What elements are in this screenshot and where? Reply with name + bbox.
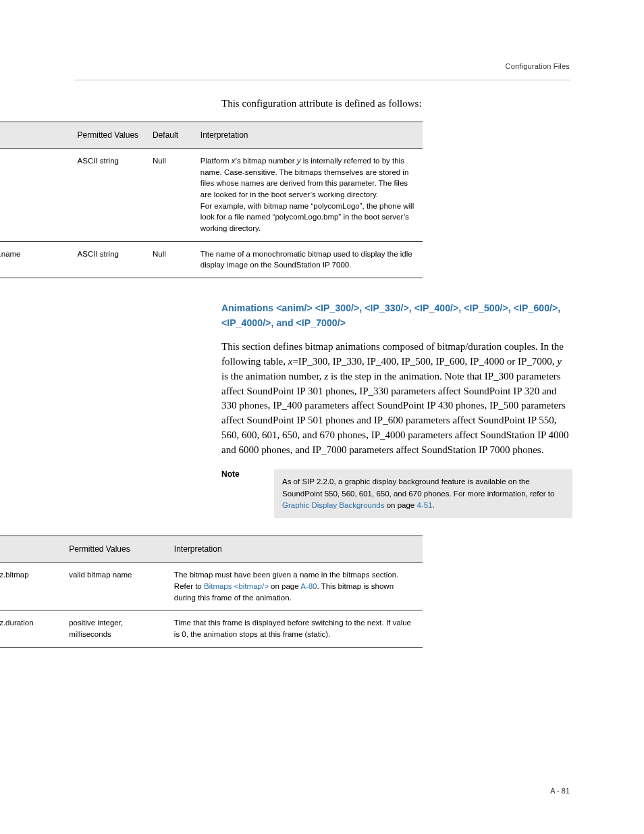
cell-attribute: bitmap.x.y.name [0, 149, 71, 242]
col-permitted: Permitted Values [62, 536, 167, 563]
text: is the step in the animation. Note that … [221, 371, 569, 455]
header-rule [74, 80, 570, 80]
col-permitted: Permitted Values [71, 122, 146, 149]
cell-values: valid bitmap name [62, 563, 167, 610]
text: ’s bitmap number [236, 157, 297, 165]
col-interpretation: Interpretation [194, 122, 423, 149]
table-row: ind.anim.x.y.frame.z.bitmap valid bitmap… [0, 563, 423, 610]
config-table-1: Attribute Permitted Values Default Inter… [0, 122, 423, 278]
running-header: Configuration Files [505, 62, 570, 70]
page: Configuration Files This configuration a… [0, 0, 644, 834]
config-table-2: Attribute Permitted Values Interpretatio… [0, 536, 423, 647]
xref-link[interactable]: Graphic Display Backgrounds [282, 501, 385, 509]
note-box: Note As of SIP 2.2.0, a graphic display … [221, 469, 572, 518]
table-row: bitmap.x.y.name ASCII string Null Platfo… [0, 149, 423, 242]
section-heading: Animations <anim/> <IP_300/>, <IP_330/>,… [221, 301, 570, 330]
text: .frame.z.bitmap [0, 571, 29, 579]
col-interpretation: Interpretation [167, 536, 423, 563]
text: is the animation number, [221, 371, 324, 382]
text: Platform [200, 157, 232, 165]
xref-link[interactable]: Bitmaps <bitmap/> [204, 582, 269, 590]
main-content: This configuration attribute is defined … [221, 98, 570, 648]
col-attribute: Attribute [0, 536, 62, 563]
col-default: Default [146, 122, 194, 149]
table-header-row: Attribute Permitted Values Interpretatio… [0, 536, 423, 563]
col-attribute: Attribute [0, 122, 71, 149]
text: As of SIP 2.2.0, a graphic display backg… [282, 477, 554, 497]
text: For example, with bitmap name “polycomLo… [200, 202, 414, 232]
note-label: Note [221, 469, 262, 479]
cell-attribute: bitmap.IP_7000.39.name [0, 241, 71, 278]
cell-attribute: ind.anim.x.y.frame.z.duration [0, 610, 62, 647]
cell-interp: The bitmap must have been given a name i… [167, 563, 423, 610]
intro-text: This configuration attribute is defined … [221, 98, 570, 109]
table2-wrap: Attribute Permitted Values Interpretatio… [74, 536, 570, 647]
section-body: This section defines bitmap animations c… [221, 340, 570, 457]
cell-interp: The name of a monochromatic bitmap used … [194, 241, 423, 278]
text: =IP_300, IP_330, IP_400, IP_500, IP_600,… [292, 356, 557, 367]
table1-wrap: Attribute Permitted Values Default Inter… [74, 122, 570, 278]
cell-default: Null [146, 149, 194, 242]
cell-interp: Platform x’s bitmap number y is internal… [194, 149, 423, 242]
cell-values: positive integer, milliseconds [62, 610, 167, 647]
cell-values: ASCII string [71, 241, 146, 278]
table-row: bitmap.IP_7000.39.name ASCII string Null… [0, 241, 423, 278]
note-body: As of SIP 2.2.0, a graphic display backg… [274, 469, 572, 518]
text: .frame.z.duration [0, 619, 34, 627]
text: on page [385, 501, 417, 509]
cell-values: ASCII string [71, 149, 146, 242]
table-row: ind.anim.x.y.frame.z.duration positive i… [0, 610, 423, 647]
text: . [433, 501, 435, 509]
cell-default: Null [146, 241, 194, 278]
page-number: A - 81 [550, 787, 570, 795]
cell-attribute: ind.anim.x.y.frame.z.bitmap [0, 563, 62, 610]
xref-page[interactable]: A-80 [300, 582, 317, 590]
xref-page[interactable]: 4-51 [417, 501, 432, 509]
var-y: y [557, 356, 562, 367]
table-header-row: Attribute Permitted Values Default Inter… [0, 122, 423, 149]
text: on page [269, 582, 300, 590]
cell-interp: Time that this frame is displayed before… [167, 610, 423, 647]
